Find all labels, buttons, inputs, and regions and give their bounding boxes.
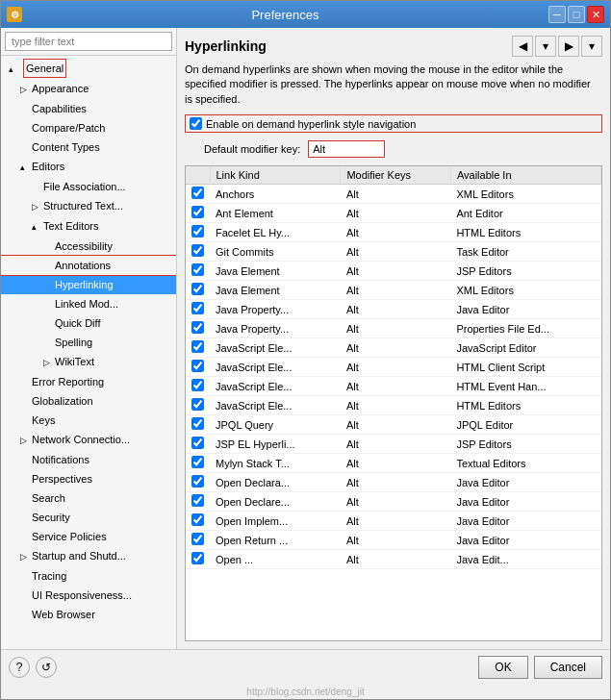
tree-item-wikitext[interactable]: ▷WikiText xyxy=(1,352,176,372)
row-checkbox-cell[interactable] xyxy=(186,550,210,569)
row-checkbox-cell[interactable] xyxy=(186,454,210,473)
row-checkbox-cell[interactable] xyxy=(186,242,210,262)
row-checkbox-cell[interactable] xyxy=(186,512,210,531)
row-checkbox[interactable] xyxy=(191,398,204,411)
row-checkbox-cell[interactable] xyxy=(186,204,210,223)
modifier-input[interactable] xyxy=(308,140,385,158)
arrow-icon: ▷ xyxy=(32,198,43,215)
tree-item-accessibility[interactable]: Accessibility xyxy=(1,237,176,256)
tree-item-search[interactable]: Search xyxy=(1,488,176,508)
row-checkbox-cell[interactable] xyxy=(186,185,210,204)
row-modifier: Alt xyxy=(341,531,450,550)
tree-item-structured-text[interactable]: ▷Structured Text... xyxy=(1,196,176,216)
row-checkbox-cell[interactable] xyxy=(186,396,210,415)
table-row: Open Declara... Alt Java Editor xyxy=(186,473,601,492)
row-checkbox[interactable] xyxy=(191,494,204,507)
close-button[interactable]: ✕ xyxy=(587,6,604,23)
row-checkbox[interactable] xyxy=(191,417,204,430)
tree-item-ui-responsiveness[interactable]: UI Responsiveness... xyxy=(1,586,176,605)
table-row: JavaScript Ele... Alt HTML Editors xyxy=(186,396,601,415)
tree-item-text-editors[interactable]: ▴Text Editors xyxy=(1,216,176,237)
modifier-row: Default modifier key: xyxy=(185,140,602,158)
enable-checkbox[interactable] xyxy=(190,117,202,130)
maximize-button[interactable]: □ xyxy=(568,6,585,23)
row-checkbox-cell[interactable] xyxy=(186,262,210,281)
cancel-button[interactable]: Cancel xyxy=(534,656,602,679)
row-checkbox[interactable] xyxy=(191,225,204,238)
help-button[interactable]: ? xyxy=(9,657,30,678)
back-button[interactable]: ◀ xyxy=(512,36,533,57)
search-input[interactable] xyxy=(5,32,172,51)
tree-item-keys[interactable]: Keys xyxy=(1,411,176,430)
restore-button[interactable]: ↺ xyxy=(36,657,57,678)
row-checkbox[interactable] xyxy=(191,340,204,353)
tree-item-service-policies[interactable]: Service Policies xyxy=(1,527,176,546)
tree-item-perspectives[interactable]: Perspectives xyxy=(1,469,176,488)
tree-item-compare-patch[interactable]: Compare/Patch xyxy=(1,118,176,138)
tree-item-hyperlinking[interactable]: Hyperlinking xyxy=(1,275,176,294)
tree-item-quick-diff[interactable]: Quick Diff xyxy=(1,313,176,333)
row-checkbox[interactable] xyxy=(191,379,204,391)
tree-item-tracing[interactable]: Tracing xyxy=(1,566,176,586)
row-checkbox[interactable] xyxy=(191,360,204,372)
row-link-kind: Java Element xyxy=(210,281,341,300)
row-link-kind: JPQL Query xyxy=(210,415,341,435)
row-link-kind: Open Declare... xyxy=(210,492,341,512)
row-checkbox-cell[interactable] xyxy=(186,377,210,396)
row-checkbox[interactable] xyxy=(191,513,204,526)
tree-item-web-browser[interactable]: Web Browser xyxy=(1,605,176,624)
tree-item-annotations[interactable]: Annotations xyxy=(1,256,176,275)
row-available: JSP Editors xyxy=(450,435,600,454)
minimize-button[interactable]: ─ xyxy=(548,6,566,23)
row-checkbox[interactable] xyxy=(191,283,204,295)
bottom-left: ? ↺ xyxy=(9,657,57,678)
row-checkbox-cell[interactable] xyxy=(186,223,210,242)
table-row: Open Declare... Alt Java Editor xyxy=(186,492,601,512)
row-checkbox-cell[interactable] xyxy=(186,300,210,319)
row-checkbox[interactable] xyxy=(191,475,204,488)
row-available: JavaScript Editor xyxy=(450,338,600,358)
row-checkbox[interactable] xyxy=(191,321,204,334)
dropdown-button[interactable]: ▾ xyxy=(535,36,556,57)
tree-item-startup[interactable]: ▷Startup and Shutd... xyxy=(1,546,176,566)
row-checkbox-cell[interactable] xyxy=(186,415,210,435)
row-checkbox[interactable] xyxy=(191,206,204,218)
row-link-kind: Open Return ... xyxy=(210,531,341,550)
forward-button[interactable]: ▶ xyxy=(558,36,579,57)
tree-item-capabilities[interactable]: Capabilities xyxy=(1,99,176,118)
row-modifier: Alt xyxy=(341,396,450,415)
row-checkbox-cell[interactable] xyxy=(186,473,210,492)
row-checkbox[interactable] xyxy=(191,244,204,257)
row-checkbox[interactable] xyxy=(191,187,204,199)
tree-item-security[interactable]: Security xyxy=(1,508,176,527)
row-checkbox[interactable] xyxy=(191,302,204,314)
row-checkbox-cell[interactable] xyxy=(186,319,210,338)
row-checkbox-cell[interactable] xyxy=(186,531,210,550)
tree-item-network-connections[interactable]: ▷Network Connectio... xyxy=(1,430,176,450)
ok-button[interactable]: OK xyxy=(478,656,527,679)
row-checkbox-cell[interactable] xyxy=(186,435,210,454)
row-checkbox-cell[interactable] xyxy=(186,358,210,377)
tree-item-file-association[interactable]: File Association... xyxy=(1,177,176,196)
row-checkbox-cell[interactable] xyxy=(186,338,210,358)
tree-item-globalization[interactable]: Globalization xyxy=(1,391,176,411)
tree-item-error-reporting[interactable]: Error Reporting xyxy=(1,372,176,391)
row-checkbox[interactable] xyxy=(191,533,204,545)
row-modifier: Alt xyxy=(341,512,450,531)
main-content: ▴ General ▷Appearance Capabilities Compa… xyxy=(1,28,610,649)
tree-item-spelling[interactable]: Spelling xyxy=(1,333,176,352)
tree-item-general[interactable]: ▴ General xyxy=(1,58,176,79)
toolbar-dropdown2[interactable]: ▾ xyxy=(581,36,602,57)
row-checkbox[interactable] xyxy=(191,437,204,449)
tree-item-content-types[interactable]: Content Types xyxy=(1,138,176,157)
tree-item-linked-mode[interactable]: Linked Mod... xyxy=(1,294,176,313)
tree-item-notifications[interactable]: Notifications xyxy=(1,450,176,469)
row-checkbox[interactable] xyxy=(191,456,204,468)
tree-item-editors[interactable]: ▴Editors xyxy=(1,157,176,177)
row-checkbox-cell[interactable] xyxy=(186,492,210,512)
row-modifier: Alt xyxy=(341,319,450,338)
row-checkbox[interactable] xyxy=(191,552,204,564)
row-checkbox-cell[interactable] xyxy=(186,281,210,300)
row-checkbox[interactable] xyxy=(191,263,204,276)
tree-item-appearance[interactable]: ▷Appearance xyxy=(1,79,176,99)
